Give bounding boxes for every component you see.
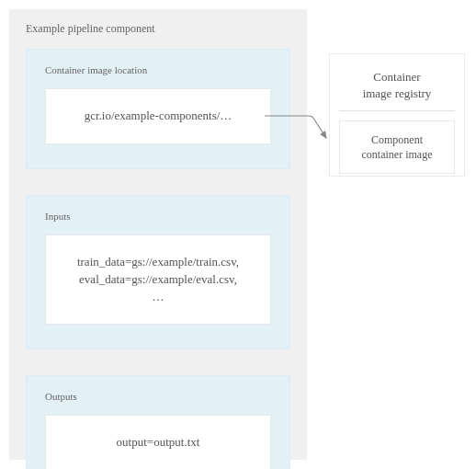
registry-body-line-1: Component bbox=[371, 133, 423, 146]
inputs-line-3: … bbox=[153, 290, 164, 303]
image-location-section: Container image location gcr.io/example-… bbox=[26, 49, 290, 169]
registry-title-line-1: Container bbox=[373, 70, 420, 84]
outputs-label: Outputs bbox=[45, 391, 271, 402]
image-location-value: gcr.io/example-components/… bbox=[45, 88, 271, 144]
image-location-label: Container image location bbox=[45, 64, 271, 75]
inputs-section: Inputs train_data=gs://example/train.csv… bbox=[26, 195, 290, 350]
container-registry-panel: Container image registry Component conta… bbox=[329, 53, 465, 177]
outputs-section: Outputs output=output.txt bbox=[26, 375, 290, 469]
inputs-label: Inputs bbox=[45, 211, 271, 222]
inputs-value: train_data=gs://example/train.csv, eval_… bbox=[45, 234, 271, 326]
pipeline-title: Example pipeline component bbox=[26, 22, 290, 36]
pipeline-component-panel: Example pipeline component Container ima… bbox=[9, 9, 307, 460]
registry-title-line-2: image registry bbox=[363, 86, 432, 100]
inputs-line-2: eval_data=gs://example/eval.csv, bbox=[79, 272, 237, 286]
outputs-value: output=output.txt bbox=[45, 415, 271, 469]
registry-title: Container image registry bbox=[339, 65, 455, 111]
registry-body: Component container image bbox=[339, 120, 455, 174]
registry-body-line-2: container image bbox=[362, 148, 433, 161]
inputs-line-1: train_data=gs://example/train.csv, bbox=[77, 255, 239, 269]
